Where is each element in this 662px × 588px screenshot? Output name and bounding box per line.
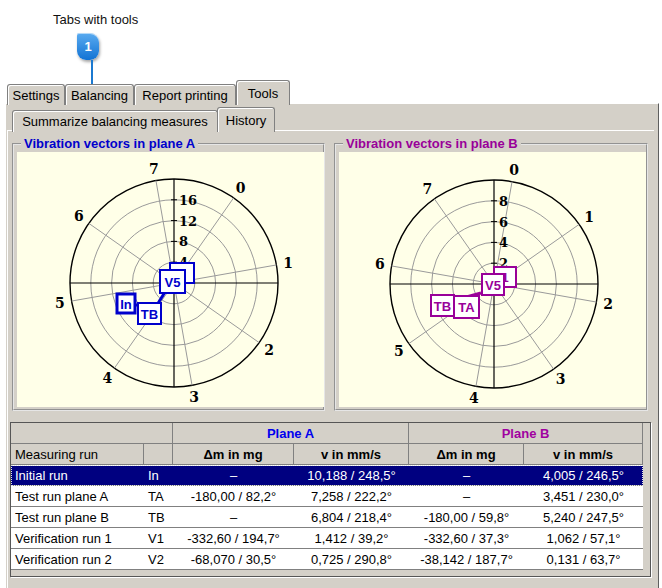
- tab-settings[interactable]: Settings: [7, 84, 65, 105]
- sector-label: 1: [584, 209, 594, 225]
- cell-name: Initial run: [11, 465, 144, 486]
- column-header-row: Measuring run Δm in mg v in mm/s Δm in m…: [11, 444, 643, 465]
- cell-dm_b: -180,00 / 59,8°: [409, 507, 524, 528]
- groupbox-plane-b: Vibration vectors in plane B 24680123456…: [334, 143, 648, 411]
- table-row[interactable]: Initial runIn–10,188 / 248,5°–4,005 / 24…: [11, 465, 643, 486]
- callout-badge-1: 1: [77, 33, 99, 60]
- cell-dm_a: -332,60 / 194,7°: [173, 528, 294, 549]
- cell-dm_b: -332,60 / 37,3°: [409, 528, 524, 549]
- radial-tick-label: 6: [499, 215, 508, 230]
- marker-label: TB: [141, 307, 158, 322]
- cell-dm_b: –: [409, 486, 524, 507]
- header-plane-b: Plane B: [409, 423, 643, 444]
- group-header-row: Plane A Plane B: [11, 423, 643, 444]
- annotation-text: Tabs with tools: [53, 12, 138, 27]
- sector-label: 5: [394, 343, 404, 359]
- sector-label: 3: [556, 371, 566, 387]
- cell-dm_b: –: [409, 465, 524, 486]
- sector-label: 0: [509, 162, 519, 178]
- cell-code: TA: [144, 486, 173, 507]
- chart-a-title: Vibration vectors in plane A: [21, 136, 198, 151]
- header-spacer: [11, 423, 173, 444]
- cell-v_b: 1,062 / 57,1°: [524, 528, 643, 549]
- marker-label: V5: [165, 275, 181, 290]
- groupbox-plane-a: Vibration vectors in plane A 48121601234…: [12, 143, 325, 411]
- polar-chart-plane-a: 48121601234567InTBV5: [17, 152, 324, 407]
- cell-dm_b: -38,142 / 187,7°: [409, 549, 524, 570]
- sector-label: 1: [283, 255, 293, 271]
- cell-dm_a: -180,00 / 82,2°: [173, 486, 294, 507]
- cell-v_b: 3,451 / 230,0°: [524, 486, 643, 507]
- sector-label: 5: [55, 295, 65, 311]
- tab-tools[interactable]: Tools: [236, 80, 290, 105]
- marker-label: In: [120, 297, 132, 312]
- sector-label: 4: [103, 370, 113, 386]
- sector-label: 6: [375, 256, 385, 272]
- sector-label: 6: [74, 208, 84, 224]
- radial-tick-label: 8: [499, 194, 508, 209]
- measuring-run-table: Plane A Plane B Measuring run Δm in mg v…: [10, 422, 651, 577]
- cell-dm_a: –: [173, 507, 294, 528]
- header-plane-a: Plane A: [173, 423, 409, 444]
- cell-dm_a: -68,070 / 30,5°: [173, 549, 294, 570]
- cell-name: Verification run 1: [11, 528, 144, 549]
- sector-label: 7: [149, 161, 159, 177]
- tab-balancing[interactable]: Balancing: [65, 84, 134, 105]
- cell-v_a: 7,258 / 222,2°: [294, 486, 409, 507]
- cell-v_a: 1,412 / 39,2°: [294, 528, 409, 549]
- cell-v_a: 6,804 / 218,4°: [294, 507, 409, 528]
- cell-dm_a: –: [173, 465, 294, 486]
- cell-code: TB: [144, 507, 173, 528]
- screenshot-root: Tabs with tools 1 Settings Balancing Rep…: [0, 0, 662, 588]
- header-v-b: v in mm/s: [524, 444, 643, 465]
- table-row[interactable]: Verification run 2V2-68,070 / 30,5°0,725…: [11, 549, 643, 570]
- cell-name: Test run plane B: [11, 507, 144, 528]
- tab-summarize-balancing-measures[interactable]: Summarize balancing measures: [12, 110, 218, 132]
- sector-label: 2: [603, 296, 613, 312]
- cell-name: Test run plane A: [11, 486, 144, 507]
- table-row[interactable]: Verification run 1V1-332,60 / 194,7°1,41…: [11, 528, 643, 549]
- sector-label: 7: [423, 181, 433, 197]
- header-code: [144, 444, 173, 465]
- radial-tick-label: 16: [179, 193, 197, 208]
- history-table: Plane A Plane B Measuring run Δm in mg v…: [11, 423, 643, 570]
- marker-label: V5: [485, 278, 501, 293]
- marker-label: TA: [458, 300, 475, 315]
- cell-name: Verification run 2: [11, 549, 144, 570]
- cell-v_a: 0,725 / 290,8°: [294, 549, 409, 570]
- header-dm-b: Δm in mg: [409, 444, 524, 465]
- tab-report-printing[interactable]: Report printing: [134, 84, 236, 105]
- table-row[interactable]: Test run plane ATA-180,00 / 82,2°7,258 /…: [11, 486, 643, 507]
- tab-history[interactable]: History: [217, 107, 275, 132]
- radial-tick-label: 4: [499, 235, 508, 250]
- cell-v_b: 4,005 / 246,5°: [524, 465, 643, 486]
- cell-code: V2: [144, 549, 173, 570]
- cell-v_b: 0,131 / 63,7°: [524, 549, 643, 570]
- cell-code: V1: [144, 528, 173, 549]
- cell-v_b: 5,240 / 247,5°: [524, 507, 643, 528]
- header-dm-a: Δm in mg: [173, 444, 294, 465]
- header-measuring-run: Measuring run: [11, 444, 144, 465]
- cell-code: In: [144, 465, 173, 486]
- radial-tick-label: 8: [179, 234, 188, 249]
- sector-label: 2: [264, 342, 274, 358]
- sector-label: 3: [189, 389, 199, 405]
- cell-v_a: 10,188 / 248,5°: [294, 465, 409, 486]
- radial-tick-label: 12: [179, 214, 197, 229]
- chart-b-title: Vibration vectors in plane B: [343, 136, 521, 151]
- sector-label: 0: [236, 180, 246, 196]
- marker-label: TB: [434, 299, 451, 314]
- header-v-a: v in mm/s: [294, 444, 409, 465]
- polar-chart-plane-b: 2468012345671TBTAV5: [339, 152, 646, 407]
- sector-label: 4: [469, 390, 479, 406]
- table-row[interactable]: Test run plane BTB–6,804 / 218,4°-180,00…: [11, 507, 643, 528]
